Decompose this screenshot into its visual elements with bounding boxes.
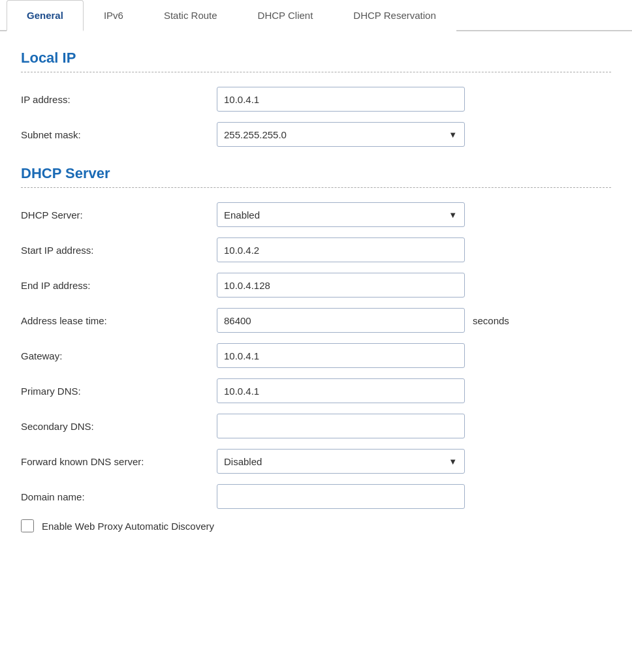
lease-time-input[interactable] [217,308,465,333]
local-ip-section-title: Local IP [21,50,611,67]
dhcp-server-wrapper: Enabled Disabled ▼ [217,202,465,227]
subnet-mask-wrapper: 255.255.255.0 255.255.0.0 255.0.0.0 ▼ [217,122,465,147]
start-ip-label: Start IP address: [21,245,217,256]
primary-dns-label: Primary DNS: [21,386,217,397]
subnet-mask-label: Subnet mask: [21,129,217,140]
lease-time-row: Address lease time: seconds [21,308,611,333]
subnet-mask-select[interactable]: 255.255.255.0 255.255.0.0 255.0.0.0 [217,122,465,147]
dhcp-server-label: DHCP Server: [21,209,217,221]
gateway-input[interactable] [217,343,465,368]
tab-bar: General IPv6 Static Route DHCP Client DH… [0,0,632,31]
lease-time-unit: seconds [473,315,509,326]
local-ip-divider [21,72,611,72]
main-content: Local IP IP address: Subnet mask: 255.25… [0,31,632,551]
domain-name-row: Domain name: [21,484,611,509]
ip-address-input[interactable] [217,87,465,112]
tab-ipv6[interactable]: IPv6 [84,0,144,31]
subnet-mask-row: Subnet mask: 255.255.255.0 255.255.0.0 2… [21,122,611,147]
ip-address-row: IP address: [21,87,611,112]
primary-dns-input[interactable] [217,378,465,403]
wpad-checkbox[interactable] [21,519,34,532]
wpad-label: Enable Web Proxy Automatic Discovery [42,521,214,532]
end-ip-input[interactable] [217,273,465,298]
start-ip-input[interactable] [217,237,465,262]
start-ip-row: Start IP address: [21,237,611,262]
secondary-dns-input[interactable] [217,414,465,438]
tab-dhcp-reservation[interactable]: DHCP Reservation [333,0,456,31]
lease-time-label: Address lease time: [21,315,217,326]
ip-address-label: IP address: [21,94,217,105]
secondary-dns-row: Secondary DNS: [21,414,611,438]
secondary-dns-label: Secondary DNS: [21,421,217,432]
tab-static-route[interactable]: Static Route [144,0,238,31]
forward-dns-row: Forward known DNS server: Disabled Enabl… [21,449,611,474]
primary-dns-row: Primary DNS: [21,378,611,403]
dhcp-server-row: DHCP Server: Enabled Disabled ▼ [21,202,611,227]
wpad-row: Enable Web Proxy Automatic Discovery [21,519,611,532]
domain-name-input[interactable] [217,484,465,509]
domain-name-label: Domain name: [21,491,217,502]
gateway-label: Gateway: [21,350,217,361]
forward-dns-wrapper: Disabled Enabled ▼ [217,449,465,474]
end-ip-label: End IP address: [21,280,217,291]
forward-dns-label: Forward known DNS server: [21,456,217,467]
dhcp-server-divider [21,187,611,188]
tab-dhcp-client[interactable]: DHCP Client [238,0,334,31]
gateway-row: Gateway: [21,343,611,368]
forward-dns-select[interactable]: Disabled Enabled [217,449,465,474]
dhcp-server-section-title: DHCP Server [21,165,611,182]
dhcp-server-section: DHCP Server DHCP Server: Enabled Disable… [21,165,611,532]
tab-general[interactable]: General [7,0,84,31]
dhcp-server-select[interactable]: Enabled Disabled [217,202,465,227]
end-ip-row: End IP address: [21,273,611,298]
